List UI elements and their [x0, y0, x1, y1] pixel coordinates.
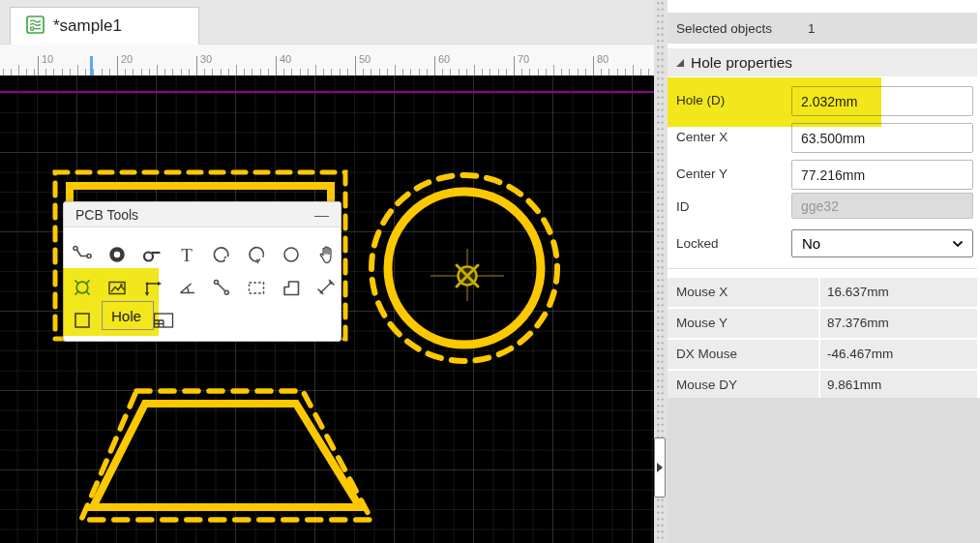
- chevron-down-icon: [952, 240, 964, 248]
- panel-splitter[interactable]: [654, 0, 668, 543]
- collapse-triangle-icon: [676, 59, 684, 67]
- ruler-label: 30: [200, 53, 212, 65]
- text-icon[interactable]: T: [176, 244, 197, 265]
- svg-text:T: T: [181, 245, 193, 265]
- rectangle-icon[interactable]: [72, 310, 93, 331]
- pad-icon[interactable]: [106, 244, 128, 265]
- center-y-label: Center Y: [676, 166, 728, 181]
- selected-objects-label: Selected objects: [676, 21, 772, 36]
- tab-title: *sample1: [53, 16, 122, 36]
- table-row: Mouse DY9.861mm: [668, 371, 977, 400]
- table-row: Mouse X16.637mm: [668, 278, 977, 307]
- connect-pad-icon[interactable]: [211, 277, 232, 298]
- minimize-icon[interactable]: —: [314, 210, 329, 220]
- arc-icon[interactable]: [211, 244, 232, 265]
- ruler-label: 10: [42, 53, 53, 65]
- ruler-label: 80: [597, 53, 609, 65]
- panel-divider: [668, 268, 977, 269]
- via-icon[interactable]: [141, 244, 163, 265]
- ruler-mid-ticks: [0, 65, 654, 75]
- ruler-label: 40: [280, 53, 291, 65]
- circle-icon[interactable]: [281, 244, 302, 265]
- arc-center-icon[interactable]: [246, 244, 267, 265]
- properties-panel: Selected objects 1 Hole properties Hole …: [668, 0, 980, 543]
- id-input: [791, 193, 973, 219]
- selected-objects-bar: Selected objects 1: [668, 13, 977, 44]
- paste-area-icon[interactable]: [246, 277, 267, 298]
- palette-header[interactable]: PCB Tools —: [64, 202, 341, 227]
- hole-diameter-input[interactable]: [791, 86, 973, 116]
- mouse-coordinates-table: Mouse X16.637mm Mouse Y87.376mm DX Mouse…: [668, 278, 977, 402]
- table-row: DX Mouse-46.467mm: [668, 340, 977, 369]
- ruler-label: 50: [359, 53, 371, 65]
- track-icon[interactable]: [72, 244, 93, 265]
- selected-objects-count: 1: [808, 21, 816, 36]
- id-label: ID: [676, 199, 690, 214]
- solid-region-icon[interactable]: [281, 277, 302, 298]
- horizontal-ruler: 10 20 30 40 50 60 70 80: [0, 45, 654, 75]
- tooltip-text: Hole: [111, 308, 141, 324]
- collapse-arrow-icon: [657, 463, 663, 472]
- dimension-icon[interactable]: [141, 277, 163, 298]
- hole-tooltip: Hole: [102, 301, 154, 330]
- drag-hand-icon[interactable]: [315, 244, 337, 265]
- locked-select[interactable]: No: [791, 229, 973, 257]
- center-x-input[interactable]: [791, 123, 973, 153]
- measure-icon[interactable]: [315, 277, 337, 298]
- document-tab[interactable]: *sample1: [10, 7, 199, 45]
- locked-value: No: [802, 235, 820, 252]
- hole-diameter-label: Hole (D): [676, 93, 725, 107]
- image-icon[interactable]: [106, 277, 128, 298]
- center-x-label: Center X: [676, 130, 728, 144]
- locked-label: Locked: [676, 236, 719, 251]
- pcb-document-icon: [26, 15, 45, 38]
- tab-bar: *sample1: [0, 0, 654, 45]
- panel-empty-area: [668, 398, 980, 543]
- ruler-label: 20: [121, 53, 133, 65]
- hole-icon[interactable]: [72, 277, 93, 298]
- table-row: Mouse Y87.376mm: [668, 309, 977, 338]
- ruler-cursor-indicator: [90, 56, 93, 75]
- palette-title: PCB Tools: [75, 207, 138, 223]
- ruler-label: 60: [438, 53, 450, 65]
- section-title: Hole properties: [691, 54, 792, 72]
- panel-collapse-handle[interactable]: [654, 437, 666, 498]
- section-header-hole-properties[interactable]: Hole properties: [668, 48, 977, 76]
- center-y-input[interactable]: [791, 160, 973, 190]
- ruler-label: 70: [518, 53, 529, 65]
- panelize-icon[interactable]: [153, 310, 174, 331]
- angle-icon[interactable]: [176, 277, 197, 298]
